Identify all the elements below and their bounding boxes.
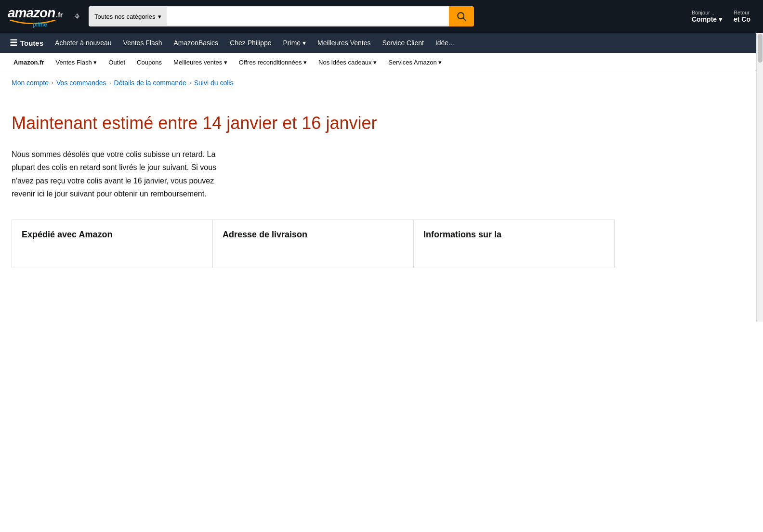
logo-fr-text: .fr [56,11,63,19]
scrollbar-thumb[interactable] [758,34,763,63]
logo-prime-text: prime [33,21,47,28]
bonjour-label: Bonjour ... [692,10,722,15]
search-category-label: Toutes nos catégories [94,13,155,20]
account-nav[interactable]: Bonjour ... Compte ▾ [687,7,727,26]
secondary-nav-idees[interactable]: Idée... [431,35,459,51]
secondary-nav-prime[interactable]: Prime ▾ [278,35,311,51]
retour-top-label: Retour [734,10,750,15]
retour-bottom-label: et Co [734,15,750,23]
breadcrumb-vos-commandes[interactable]: Vos commandes [56,79,106,87]
secondary-nav-service-client[interactable]: Service Client [377,35,428,51]
breadcrumb: Mon compte › Vos commandes › Détails de … [0,72,763,93]
ter-nav-offres-reconditionnees[interactable]: Offres reconditionnées ▾ [233,55,313,70]
secondary-nav-chez-philippe[interactable]: Chez Philippe [225,35,276,51]
ter-nav-amazonfr[interactable]: Amazon.fr [8,55,50,70]
breadcrumb-suivi-colis: Suivi du colis [194,79,234,87]
ter-nav-ventes-flash[interactable]: Ventes Flash ▾ [50,55,103,70]
search-input[interactable] [167,6,449,26]
logo-amazon-text: amazon [8,5,55,21]
nav-right-area: Bonjour ... Compte ▾ Retour et Co [687,7,755,26]
all-menu-label: Toutes [20,39,43,47]
search-category-dropdown[interactable]: Toutes nos catégories ▾ [89,6,167,26]
dropdown-chevron-icon: ▾ [158,13,161,20]
secondary-navigation: ☰ Toutes Acheter à nouveau Ventes Flash … [0,33,763,53]
scrollbar-track[interactable] [756,33,763,287]
top-navigation: amazon .fr prime ⌖ Toutes nos catégories… [0,0,763,33]
search-icon [456,11,467,22]
amazon-logo[interactable]: amazon .fr prime [8,5,66,28]
svg-point-0 [458,13,464,19]
location-selector[interactable]: ⌖ [70,8,84,25]
returns-nav[interactable]: Retour et Co [729,7,755,26]
card-adresse-livraison[interactable]: Adresse de livraison [213,220,414,268]
tertiary-navigation: Amazon.fr Ventes Flash ▾ Outlet Coupons … [0,53,763,72]
ter-nav-coupons[interactable]: Coupons [131,55,168,70]
compte-label: Compte ▾ [692,15,722,23]
secondary-nav-ventes-flash[interactable]: Ventes Flash [118,35,167,51]
card-informations-title: Informations sur la [423,230,605,240]
secondary-nav-acheter[interactable]: Acheter à nouveau [50,35,117,51]
search-button[interactable] [449,6,474,26]
search-bar: Toutes nos catégories ▾ [89,6,474,26]
all-menu-button[interactable]: ☰ Toutes [5,34,48,52]
delay-message-text: Nous sommes désolés que votre colis subi… [12,148,224,200]
ter-nav-meilleures-ventes[interactable]: Meilleures ventes ▾ [168,55,233,70]
ter-nav-services-amazon[interactable]: Services Amazon ▾ [382,55,447,70]
breadcrumb-sep-3: › [189,79,191,86]
card-informations[interactable]: Informations sur la [414,220,615,268]
location-pin-icon: ⌖ [74,10,80,23]
info-cards-row: Expédié avec Amazon Adresse de livraison… [12,220,615,268]
ter-nav-idees-cadeaux[interactable]: Nos idées cadeaux ▾ [313,55,382,70]
breadcrumb-mon-compte[interactable]: Mon compte [12,79,49,87]
card-expedie-amazon[interactable]: Expédié avec Amazon [12,220,213,268]
breadcrumb-sep-1: › [52,79,53,86]
delivery-estimate-title: Maintenant estimé entre 14 janvier et 16… [12,113,615,133]
main-content: Maintenant estimé entre 14 janvier et 16… [0,93,626,287]
secondary-nav-meilleures-ventes[interactable]: Meilleures Ventes [313,35,376,51]
breadcrumb-sep-2: › [109,79,111,86]
secondary-nav-amazonbasics[interactable]: AmazonBasics [169,35,224,51]
card-expedie-title: Expédié avec Amazon [22,230,203,240]
breadcrumb-details-commande[interactable]: Détails de la commande [114,79,186,87]
ter-nav-outlet[interactable]: Outlet [103,55,131,70]
card-adresse-title: Adresse de livraison [223,230,404,240]
svg-line-1 [463,18,466,21]
hamburger-icon: ☰ [10,38,17,48]
